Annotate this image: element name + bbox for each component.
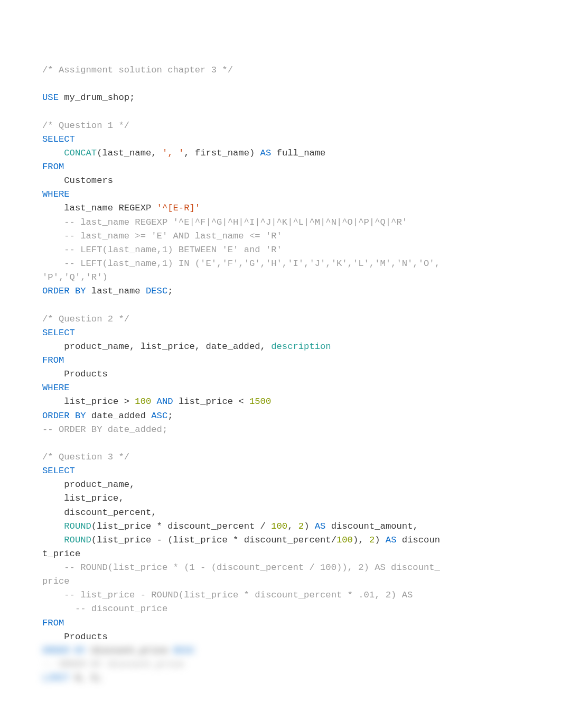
comment-q3: /* Question 3 */ [42,452,129,462]
text: t_price [42,549,80,559]
kw-desc: DESC [173,646,195,656]
kw-where: WHERE [42,189,70,199]
text: ), [353,535,369,545]
comment: -- list_price - ROUND(list_price * disco… [42,590,418,600]
text [42,535,64,545]
fn-round: ROUND [64,521,91,531]
text: list_price < [179,397,249,407]
text: my_drum_shop; [59,93,135,103]
kw-select: SELECT [42,134,75,144]
comment: -- last_name >= 'E' AND last_name <= 'R' [64,231,282,241]
text: (list_price * discount_percent / [91,521,271,531]
num: 100 [135,397,151,407]
comment: -- ORDER BY date_added; [42,425,167,435]
kw-select: SELECT [42,466,75,476]
text: (last_name, [97,148,162,158]
kw-desc: DESC [146,286,167,296]
text: full_name [271,148,325,158]
text: , first_name) [184,148,260,158]
kw-use: USE [42,93,59,103]
text: list_price > [42,397,135,407]
num: 2 [298,521,304,531]
kw-asc: ASC [151,411,167,421]
num: 100 [336,535,353,545]
text [42,259,64,269]
kw-as: AS [260,148,272,158]
text: ce [157,646,173,656]
kw-orderby: ORDER BY [42,646,86,656]
comment: -- last_name REGEXP '^E|^F|^G|^H|^I|^J|^… [42,217,407,227]
num: 100 [271,521,287,531]
comment: -- LEFT(last_name,1) BETWEEN 'E' and 'R' [64,245,282,255]
text: ; [167,411,173,421]
comment-header: /* Assignment solution chapter 3 */ [42,65,233,75]
text: , [287,521,298,531]
kw-as: AS [386,535,397,545]
text [42,521,64,531]
text: ) [304,521,315,531]
text: product_name, list_price, date_added, [42,342,271,352]
text: last_name [91,286,146,296]
blurred-region: ORDER BY discount_price DESC -- ORDER BY… [42,646,195,683]
text [42,231,64,241]
kw-from: FROM [42,618,64,628]
kw-from: FROM [42,162,64,172]
comment-q1: /* Question 1 */ [42,121,129,131]
text: discount_percent, [42,508,157,518]
text: Customers [42,176,113,186]
comment: price [42,576,70,586]
num: 2 [369,535,375,545]
kw-where: WHERE [42,383,70,393]
text: list_price, [42,493,124,503]
text [42,148,64,158]
text: ) [375,535,386,545]
num: 1500 [249,397,271,407]
text: Products [42,369,108,379]
comment: -- ROUND(list_price * (1 - (discount_per… [42,563,440,573]
text: Products [42,632,108,642]
kw-limit: LIMIT [42,673,70,683]
text: product_name, [42,480,135,490]
text: last_name REGEXP [42,203,157,213]
text: discount_amount, [325,521,418,531]
comment: 'P','Q','R') [42,272,108,282]
kw-and: AND [151,397,179,407]
fn-description: description [271,342,331,352]
comment: -- ORDER BY discount_price [42,659,184,669]
comment: -- discount_price [42,604,167,614]
text [42,245,64,255]
text: 0, 5; [70,673,102,683]
kw-from: FROM [42,355,64,365]
fn-concat: CONCAT [64,148,97,158]
kw-orderby: ORDER BY [42,286,91,296]
text: discount_pri [86,646,157,656]
text: discoun [397,535,441,545]
text: ; [167,286,173,296]
kw-as: AS [315,521,326,531]
text: (list_price - (list_price * discount_per… [91,535,336,545]
kw-select: SELECT [42,328,75,338]
string: ', ' [162,148,184,158]
comment: -- LEFT(last_name,1) IN ('E','F','G','H'… [64,259,440,269]
kw-orderby: ORDER BY [42,411,91,421]
fn-round: ROUND [64,535,91,545]
code-document: /* Assignment solution chapter 3 */ USE … [0,0,561,728]
comment-q2: /* Question 2 */ [42,314,129,324]
string-regex: '^[E-R]' [157,203,201,213]
text: date_added [91,411,151,421]
